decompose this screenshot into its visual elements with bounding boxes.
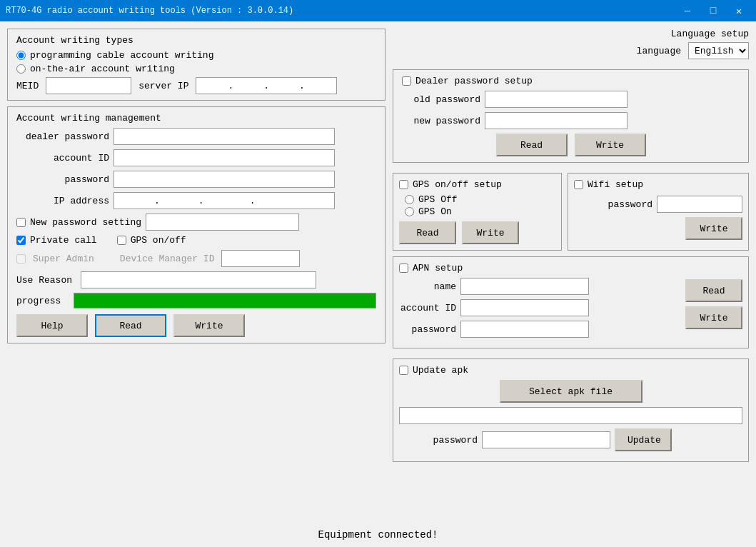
super-admin-checkbox[interactable] [16, 254, 26, 264]
account-management-section: Account writing management dealer passwo… [7, 106, 385, 343]
on-the-air-radio[interactable] [16, 64, 26, 74]
ip-address-field: 47 . 74 . 211 . 230 [114, 192, 335, 209]
minimize-button[interactable]: — [676, 4, 699, 18]
gps-setup-label: GPS on/off setup [413, 179, 502, 190]
apn-name-row: name [399, 278, 680, 295]
update-button[interactable]: Update [615, 428, 672, 451]
new-password-setup-row: new password [402, 112, 740, 129]
meid-row: MEID server IP 114 . 141 . 132 . 4 [16, 77, 376, 94]
ip-o3[interactable]: 211 [206, 192, 248, 209]
use-reason-input[interactable] [81, 271, 316, 288]
old-password-row: old password [402, 91, 740, 108]
help-button[interactable]: Help [16, 314, 88, 337]
gps-onoff-checkbox[interactable] [117, 236, 126, 245]
language-select[interactable]: English Chinese [688, 42, 749, 59]
private-call-label: Private call [30, 235, 97, 246]
apn-checkbox-row: APN setup [399, 263, 742, 274]
server-ip-sep1: . [226, 81, 235, 91]
wifi-setup-label: Wifi setup [588, 179, 643, 190]
update-apk-checkbox[interactable] [399, 366, 408, 375]
account-writing-types-label: Account writing types [16, 35, 376, 46]
gps-section: GPS on/off setup GPS Off GPS On Read Wri… [393, 173, 562, 251]
dealer-password-setup-checkbox[interactable] [402, 76, 411, 86]
update-apk-label: Update apk [413, 365, 468, 376]
super-admin-label: Super Admin [33, 254, 94, 264]
meid-label: MEID [16, 81, 39, 91]
server-ip-o1[interactable]: 114 [199, 77, 226, 94]
apn-setup-checkbox[interactable] [399, 264, 408, 273]
dealer-read-button[interactable]: Read [496, 134, 568, 156]
language-label: language [637, 46, 681, 56]
wifi-section: Wifi setup password Write [568, 173, 749, 251]
gps-on-radio[interactable] [405, 207, 414, 216]
ip-sep2: . [197, 196, 206, 206]
gps-off-label: GPS Off [418, 194, 458, 205]
dealer-password-checkbox-row: Dealer password setup [402, 76, 740, 86]
wifi-checkbox-row: Wifi setup [574, 179, 742, 190]
use-reason-label: Use Reason [16, 275, 72, 286]
gps-read-button[interactable]: Read [399, 221, 456, 244]
app-title: RT70-4G radio account writing tools (Ver… [6, 6, 293, 16]
password-row: password 111111 [16, 171, 376, 188]
update-inner: Select apk file password Update [399, 380, 742, 456]
close-button[interactable]: ✕ [727, 4, 750, 18]
apn-name-input[interactable] [460, 278, 589, 295]
title-bar: RT70-4G radio account writing tools (Ver… [0, 0, 756, 21]
programming-cable-label: programming cable account writing [30, 50, 213, 61]
gps-checkbox-row: GPS on/off setup [399, 179, 555, 190]
read-button[interactable]: Read [95, 314, 166, 337]
gps-off-radio[interactable] [405, 195, 414, 204]
wifi-password-row: password [574, 196, 742, 213]
dealer-password-input[interactable]: ****** [114, 128, 335, 145]
apn-password-input[interactable] [460, 321, 589, 338]
password-label: password [16, 174, 109, 185]
wifi-setup-checkbox[interactable] [574, 180, 583, 189]
apk-file-path-input[interactable] [399, 407, 742, 424]
ip-o4[interactable]: 230 [256, 192, 292, 209]
new-password-input[interactable] [146, 214, 299, 231]
ip-sep1: . [153, 196, 161, 206]
meid-input[interactable] [46, 77, 131, 94]
maximize-button[interactable]: □ [702, 4, 725, 18]
dealer-password-label: dealer password [16, 131, 109, 142]
wifi-buttons: Write [574, 217, 742, 240]
language-setup-label: Language setup [671, 29, 749, 39]
server-ip-sep2: . [262, 81, 271, 91]
apn-write-button[interactable]: Write [685, 306, 742, 329]
account-id-input[interactable]: 20191120 [114, 149, 335, 166]
password-input[interactable]: 111111 [114, 171, 335, 188]
dealer-write-button[interactable]: Write [575, 134, 646, 156]
apn-buttons: Read Write [685, 278, 742, 342]
gps-wifi-row: GPS on/off setup GPS Off GPS On Read Wri… [393, 173, 749, 251]
progress-label: progress [16, 296, 66, 306]
private-call-checkbox[interactable] [16, 236, 26, 245]
ip-o2[interactable]: 74 [161, 192, 197, 209]
bottom-buttons: Help Read Write [16, 314, 376, 337]
apn-password-label: password [399, 324, 456, 335]
language-setup: Language setup [393, 29, 749, 39]
wifi-password-input[interactable] [657, 196, 742, 213]
dealer-password-setup-label: Dealer password setup [415, 76, 533, 86]
on-the-air-row: on-the-air account writing [16, 64, 376, 74]
use-reason-row: Use Reason [16, 271, 376, 288]
dealer-password-row: dealer password ****** [16, 128, 376, 145]
ip-o1[interactable]: 47 [117, 192, 153, 209]
apn-read-button[interactable]: Read [685, 279, 742, 302]
apn-account-input[interactable] [460, 299, 589, 316]
write-button[interactable]: Write [173, 314, 245, 337]
server-ip-o2[interactable]: 141 [235, 77, 262, 94]
gps-write-button[interactable]: Write [462, 221, 519, 244]
wifi-write-button[interactable]: Write [685, 217, 742, 240]
programming-cable-radio[interactable] [16, 51, 26, 60]
server-ip-o3[interactable]: 132 [271, 77, 298, 94]
gps-setup-checkbox[interactable] [399, 180, 408, 189]
select-apk-button[interactable]: Select apk file [500, 380, 642, 403]
server-ip-o4[interactable]: 4 [306, 77, 333, 94]
dealer-password-section: Dealer password setup old password new p… [393, 69, 749, 163]
new-password-setup-input[interactable] [485, 112, 628, 129]
update-password-input[interactable] [482, 431, 610, 448]
old-password-input[interactable] [485, 91, 628, 108]
device-manager-input[interactable] [221, 250, 300, 267]
apn-section: APN setup name account ID password [393, 256, 749, 348]
new-password-checkbox[interactable] [16, 218, 26, 227]
